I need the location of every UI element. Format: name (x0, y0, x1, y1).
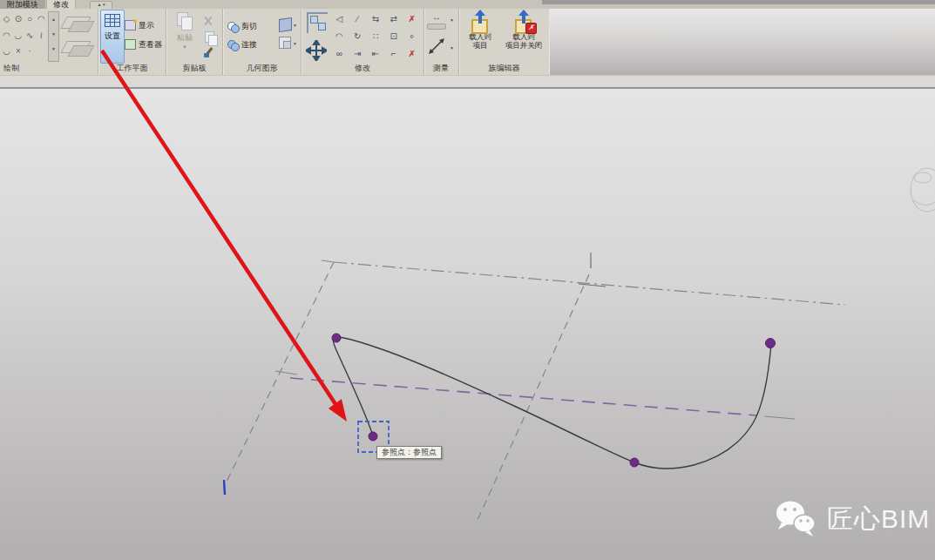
draw-fillet-arc-icon[interactable]: ◠ (1, 28, 12, 44)
draw-spline2-icon[interactable]: ≀ (36, 28, 47, 44)
offset-icon[interactable]: ◠ (330, 28, 349, 45)
load-close-label-2: 项目并关闭 (505, 41, 543, 50)
load-into-project-close-button[interactable]: ✗ 载入到 项目并关闭 (499, 10, 548, 50)
load-into-project-button[interactable]: 载入到 项目 (463, 10, 498, 50)
draw-grid-scrollbar[interactable]: ▲ ▼ ▼ (48, 11, 59, 62)
draw-pick-icon[interactable]: × (12, 44, 24, 60)
measure-caret-icon[interactable]: ▼ (450, 45, 454, 51)
panel-modify: ◁ ∕ ⇆ ⇄ ✗ ◠ ↻ ∷ ⊡ ∘ ∞ ⇥ ⇤ ⌐ ✗ 修改 (302, 9, 424, 75)
draw-spline-icon[interactable]: ∿ (24, 28, 36, 44)
panel-clipboard: 粘贴 ▼ 剪贴板 (166, 9, 223, 75)
mirror-axis-icon[interactable]: ⇆ (367, 10, 385, 28)
panel-label-workplane: 工作平面 (98, 63, 166, 74)
cut-geometry-icon (227, 22, 239, 32)
ribbon: ◇ ⊙ ○ ◠ ◠ ◡ ∿ ≀ ◡ × · ▲ ▼ ▼ 绘制 设置 显示 (0, 9, 549, 75)
wechat-icon (774, 500, 819, 538)
panel-label-geometry: 几何图形 (223, 63, 301, 74)
watermark: 匠心BIM (774, 500, 930, 538)
scale-icon[interactable]: ⊡ (384, 28, 403, 45)
delete-icon[interactable]: ✗ (403, 45, 421, 63)
titlebar-remnant (542, 0, 935, 4)
scroll-up-icon[interactable]: ▲ (49, 12, 58, 27)
copy-to-clipboard-icon[interactable] (205, 31, 214, 43)
draw-ellipse-icon[interactable]: ○ (24, 11, 36, 28)
draw-mode-surface-icon[interactable] (62, 37, 93, 58)
draw-tool-grid[interactable]: ◇ ⊙ ○ ◠ ◠ ◡ ∿ ≀ ◡ × · (1, 11, 47, 60)
pin-icon[interactable]: ∘ (403, 28, 421, 45)
show-workplane-button[interactable]: 显示 (125, 19, 154, 31)
join-geometry-icon (227, 40, 239, 51)
trim-extend-icon[interactable]: ⇥ (349, 45, 367, 63)
show-workplane-icon (125, 20, 136, 30)
scroll-bottom-icon[interactable]: ▼ (49, 42, 58, 57)
panel-workplane: 设置 显示 查看器 工作平面 (98, 9, 166, 75)
modify-tool-grid[interactable]: ◁ ∕ ⇆ ⇄ ✗ ◠ ↻ ∷ ⊡ ∘ ∞ ⇥ ⇤ ⌐ ✗ (330, 10, 421, 63)
drawing-canvas[interactable] (0, 89, 935, 560)
load-label-2: 项目 (473, 41, 488, 50)
panel-label-measure: 测量 (423, 63, 458, 74)
split-icon[interactable]: ∕ (349, 10, 367, 28)
tab-modify[interactable]: 修改 (46, 0, 76, 9)
set-workplane-label: 设置 (105, 30, 120, 42)
panel-measure: ↔ ▼ ▼ 测量 (423, 9, 459, 75)
measure-tool-icon[interactable] (427, 37, 446, 56)
panel-label-draw: 绘制 (0, 63, 98, 74)
set-workplane-button[interactable]: 设置 (100, 10, 125, 64)
paste-label: 粘贴 (177, 32, 193, 44)
load-into-project-icon (470, 11, 491, 32)
tab-addins[interactable]: 附加模块 (0, 0, 45, 9)
trim-fillet-icon[interactable]: ∞ (330, 45, 349, 63)
draw-partial-ellipse-icon[interactable]: ◡ (1, 44, 12, 60)
canvas-top-divider (0, 87, 935, 89)
trim-single-icon[interactable]: ⇤ (367, 45, 385, 63)
draw-mode-solid-icon[interactable] (62, 13, 93, 34)
panel-label-clipboard: 剪贴板 (166, 63, 222, 74)
rotate-icon[interactable]: ↻ (349, 28, 367, 45)
array-icon[interactable]: ∷ (367, 28, 385, 45)
draw-tangent-arc-icon[interactable]: ◡ (12, 28, 24, 44)
workplane-viewer-label: 查看器 (139, 39, 162, 51)
panel-label-family-editor: 族编辑器 (459, 63, 549, 74)
load-into-project-close-icon: ✗ (513, 11, 534, 32)
aligned-dimension-icon[interactable]: ↔ (427, 14, 446, 28)
draw-circle-icon[interactable]: ⊙ (12, 11, 24, 28)
dimension-caret-icon[interactable]: ▼ (450, 17, 454, 23)
show-workplane-label: 显示 (139, 20, 154, 31)
draw-polygon-icon[interactable]: ◇ (1, 11, 12, 28)
cut-geometry-button[interactable]: 剪切 (227, 20, 257, 33)
draw-arc-icon[interactable]: ◠ (36, 11, 47, 28)
trim-corner-icon[interactable]: ⌐ (384, 45, 403, 63)
revit-family-editor-window: { "tabs": { "addins": "附加模块", "modify": … (0, 0, 935, 560)
cut-geometry-label: 剪切 (241, 21, 257, 32)
scroll-down-icon[interactable]: ▼ (49, 27, 58, 42)
workplane-viewer-button[interactable]: 查看器 (125, 38, 162, 51)
panel-geometry: 剪切 连接 ▼ ▼ 几何图形 (223, 9, 302, 75)
paste-button[interactable]: 粘贴 ▼ (170, 10, 200, 62)
workplane-grid-icon (105, 14, 120, 27)
solid-tools-icon[interactable] (279, 17, 292, 32)
move-tool-icon[interactable] (306, 40, 327, 61)
panel-label-modify: 修改 (302, 63, 423, 74)
cut-to-clipboard-icon[interactable] (203, 16, 213, 26)
match-type-brush-icon[interactable] (203, 47, 215, 59)
join-geometry-button[interactable]: 连接 (227, 38, 257, 51)
draw-point-icon[interactable]: · (24, 44, 36, 60)
options-bar (0, 75, 935, 88)
demolish-tools-icon[interactable] (279, 37, 291, 49)
ribbon-empty-area (549, 4, 935, 75)
paste-caret-icon: ▼ (182, 44, 187, 50)
join-geometry-label: 连接 (241, 39, 257, 51)
watermark-text: 匠心BIM (827, 502, 930, 537)
mirror-pick-icon[interactable]: ⇄ (384, 10, 403, 28)
panel-family-editor: 载入到 项目 ✗ 载入到 项目并关闭 族编辑器 (459, 9, 549, 75)
align-icon[interactable]: ◁ (330, 10, 349, 28)
align-tool-icon[interactable] (307, 12, 328, 33)
unpin-icon[interactable]: ✗ (403, 10, 421, 28)
cut-caret-icon[interactable]: ▼ (293, 23, 297, 28)
reference-point-tooltip: 参照点：参照点 (376, 446, 442, 459)
ribbon-tab-bar: 附加模块 修改 ▲ ▾ (0, 0, 935, 9)
join-caret-icon[interactable]: ▼ (293, 41, 297, 46)
workplane-viewer-icon (125, 39, 136, 50)
draw-blank (36, 44, 47, 60)
paste-icon (177, 12, 193, 30)
